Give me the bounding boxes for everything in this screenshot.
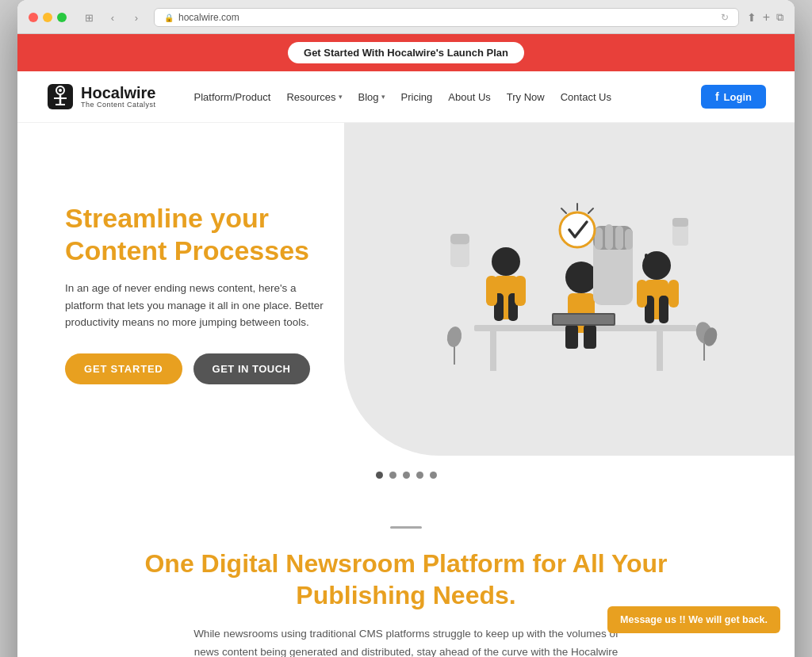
carousel-dot-3[interactable]: [403, 472, 410, 479]
minimize-button[interactable]: [43, 13, 52, 22]
facebook-icon: f: [715, 90, 719, 103]
team-illustration: [411, 162, 744, 416]
section-divider: [390, 526, 422, 529]
nav-item-about[interactable]: About Us: [442, 86, 496, 108]
nav-link-contact[interactable]: Contact Us: [554, 86, 618, 108]
newsroom-description: While newsrooms using traditional CMS pl…: [184, 625, 628, 657]
carousel-dot-2[interactable]: [389, 472, 396, 479]
traffic-lights: [29, 13, 67, 22]
svg-point-22: [565, 262, 597, 293]
site-content: Get Started With Hocalwire's Launch Plan…: [17, 34, 795, 657]
nav-item-platform[interactable]: Platform/Product: [188, 86, 278, 108]
nav-link-trynow[interactable]: Try Now: [500, 86, 551, 108]
nav-link-about[interactable]: About Us: [442, 86, 496, 108]
carousel-dot-1[interactable]: [376, 472, 383, 479]
login-button[interactable]: f Login: [701, 85, 766, 109]
back-icon[interactable]: ‹: [103, 10, 122, 25]
login-label: Login: [724, 91, 752, 103]
browser-chrome: ⊞ ‹ › 🔒 hocalwire.com ↻ ⬆ + ⧉: [17, 0, 795, 34]
hero-title: Streamline your Content Processes: [65, 202, 327, 267]
newsroom-title: One Digital Newsroom Platform for All Yo…: [81, 548, 731, 611]
svg-rect-27: [553, 315, 614, 324]
svg-rect-13: [486, 276, 497, 306]
svg-rect-7: [490, 331, 496, 371]
nav-item-trynow[interactable]: Try Now: [500, 86, 551, 108]
svg-rect-31: [605, 224, 613, 250]
carousel-dot-4[interactable]: [416, 472, 423, 479]
nav-link-resources[interactable]: Resources ▾: [280, 86, 348, 108]
reload-icon[interactable]: ↻: [721, 12, 729, 23]
new-tab-icon[interactable]: +: [763, 10, 770, 25]
banner-cta-button[interactable]: Get Started With Hocalwire's Launch Plan: [288, 42, 524, 63]
navigation: Hocalwire The Content Catalyst Platform/…: [17, 71, 795, 123]
svg-rect-37: [672, 218, 688, 227]
hero-section: Streamline your Content Processes In an …: [17, 123, 795, 456]
hero-buttons: GET STARTED GET IN TOUCH: [65, 353, 327, 384]
nav-links: Platform/Product Resources ▾ Blog ▾ Pric…: [188, 86, 701, 108]
maximize-button[interactable]: [57, 13, 67, 22]
nav-item-contact[interactable]: Contact Us: [554, 86, 618, 108]
nav-link-platform[interactable]: Platform/Product: [188, 86, 278, 108]
svg-rect-32: [615, 226, 623, 250]
get-started-button[interactable]: GET STARTED: [65, 353, 182, 384]
logo-text: Hocalwire The Content Catalyst: [81, 84, 156, 109]
browser-actions: ⬆ + ⧉: [747, 10, 783, 25]
svg-rect-8: [657, 331, 663, 371]
chevron-down-icon: ▾: [339, 93, 343, 101]
svg-rect-14: [515, 276, 526, 306]
svg-rect-20: [668, 280, 679, 307]
svg-rect-24: [565, 325, 578, 349]
svg-rect-19: [637, 280, 647, 307]
browser-controls: ⊞ ‹ ›: [79, 10, 146, 25]
nav-link-blog[interactable]: Blog ▾: [352, 86, 392, 108]
svg-line-46: [561, 208, 566, 213]
nav-link-pricing[interactable]: Pricing: [395, 86, 439, 108]
svg-line-47: [588, 208, 593, 213]
share-icon[interactable]: ⬆: [747, 11, 756, 24]
nav-item-pricing[interactable]: Pricing: [395, 86, 439, 108]
svg-rect-30: [595, 227, 603, 250]
tabs-icon[interactable]: ⧉: [776, 11, 783, 24]
svg-rect-35: [450, 234, 469, 244]
svg-point-5: [59, 89, 62, 92]
hero-content: Streamline your Content Processes In an …: [17, 162, 375, 415]
svg-rect-25: [584, 325, 596, 349]
svg-rect-18: [659, 296, 668, 323]
carousel-dot-5[interactable]: [430, 472, 437, 479]
svg-rect-21: [645, 254, 648, 273]
lock-icon: 🔒: [164, 13, 174, 22]
chevron-down-icon: ▾: [381, 93, 385, 101]
hero-illustration: [359, 123, 795, 456]
close-button[interactable]: [29, 13, 38, 22]
nav-item-blog[interactable]: Blog ▾: [352, 86, 392, 108]
svg-point-44: [445, 326, 462, 349]
svg-point-9: [492, 247, 520, 276]
carousel-dots: [17, 456, 795, 487]
top-banner: Get Started With Hocalwire's Launch Plan: [17, 34, 795, 71]
logo-link[interactable]: Hocalwire The Content Catalyst: [46, 82, 156, 111]
nav-item-resources[interactable]: Resources ▾: [280, 86, 348, 108]
browser-window: ⊞ ‹ › 🔒 hocalwire.com ↻ ⬆ + ⧉ Get Starte…: [17, 0, 795, 657]
message-button[interactable]: Message us !! We will get back.: [607, 606, 780, 633]
svg-rect-33: [625, 229, 633, 250]
get-in-touch-button[interactable]: GET IN TOUCH: [193, 353, 310, 384]
address-bar[interactable]: 🔒 hocalwire.com ↻: [154, 8, 739, 27]
forward-icon[interactable]: ›: [127, 10, 146, 25]
url-text: hocalwire.com: [178, 12, 239, 23]
tab-grid-icon[interactable]: ⊞: [79, 10, 98, 25]
logo-icon: [46, 82, 75, 111]
hero-description: In an age of never ending news content, …: [65, 280, 327, 331]
